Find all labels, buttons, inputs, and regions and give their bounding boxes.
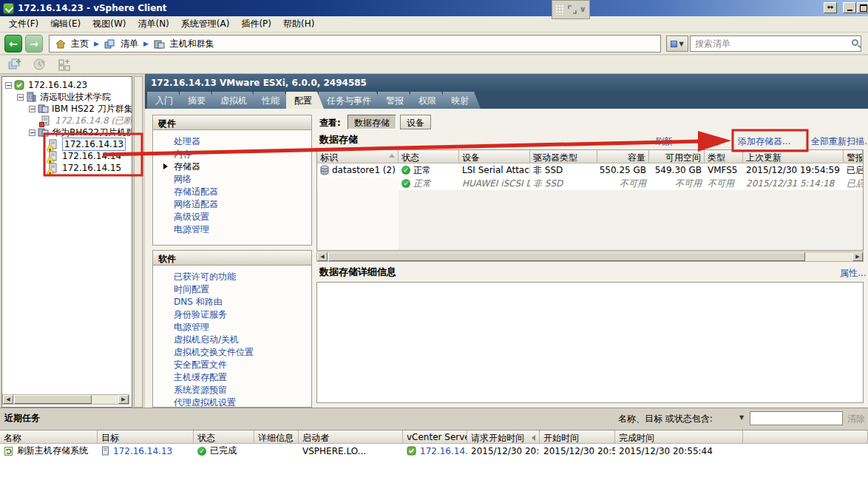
tab-permissions[interactable]: 权限 bbox=[410, 92, 448, 109]
col-free[interactable]: 可用空间 bbox=[649, 150, 705, 163]
search-input[interactable] bbox=[690, 36, 861, 52]
col-alarm[interactable]: 警报 bbox=[844, 150, 863, 163]
scroll-right-icon[interactable]: ▶ bbox=[852, 252, 863, 261]
col-target[interactable]: 目标 bbox=[98, 430, 194, 444]
scrollbar-thumb[interactable] bbox=[328, 252, 805, 261]
view-devices-button[interactable]: 设备 bbox=[400, 115, 431, 129]
drag-grip-icon[interactable] bbox=[555, 4, 564, 15]
menu-view[interactable]: 视图(W) bbox=[87, 16, 132, 33]
menu-help[interactable]: 帮助(H) bbox=[277, 16, 320, 33]
scrollbar-thumb[interactable] bbox=[14, 395, 92, 404]
breadcrumb-hosts-and-clusters[interactable]: 主机和群集 bbox=[170, 38, 214, 50]
hw-item-storage-selected[interactable]: 存储器 bbox=[153, 161, 311, 173]
tree-node-host-15[interactable]: 172.16.14.15 bbox=[2, 162, 132, 174]
scroll-right-icon[interactable]: ▶ bbox=[118, 395, 129, 404]
sw-item-authentication-services[interactable]: 身份验证服务 bbox=[153, 308, 311, 321]
tab-alarms[interactable]: 警报 bbox=[378, 92, 416, 109]
console-overlay-toolbar[interactable]: ∨ bbox=[552, 0, 590, 19]
col-identification[interactable]: 标识 bbox=[317, 150, 399, 163]
menu-plugins[interactable]: 插件(P) bbox=[235, 16, 277, 33]
col-status[interactable]: 状态 bbox=[194, 430, 254, 444]
datastore-row[interactable]: HuaWei-S5500T-... ✓正常 HUAWEI iSCSI D... … bbox=[317, 177, 863, 190]
tab-performance[interactable]: 性能 bbox=[254, 92, 291, 109]
col-requested-start[interactable]: 请求开始时间 bbox=[467, 430, 540, 444]
view-datastores-button[interactable]: 数据存储 bbox=[347, 115, 396, 129]
refresh-link[interactable]: 刷新 bbox=[655, 135, 673, 148]
col-status[interactable]: 状态 bbox=[399, 150, 459, 163]
col-vcenter-server[interactable]: vCenter Server bbox=[403, 430, 467, 444]
tree-horizontal-scrollbar[interactable]: ◀ ▶ bbox=[2, 394, 129, 405]
col-drive-type[interactable]: 驱动器类型 bbox=[530, 150, 597, 163]
tab-maps[interactable]: 映射 bbox=[443, 92, 481, 109]
add-storage-link[interactable]: 添加存储器... bbox=[738, 135, 790, 148]
tree-node-vcenter[interactable]: − 172.16.14.23 bbox=[2, 79, 132, 91]
filter-caret-icon[interactable]: ▼ bbox=[739, 414, 744, 421]
tree-node-label[interactable]: 清远职业技术学院 bbox=[40, 91, 111, 103]
sw-item-vm-startup-shutdown[interactable]: 虚拟机启动/关机 bbox=[153, 334, 311, 346]
sw-item-licensed-features[interactable]: 已获许可的功能 bbox=[153, 271, 311, 283]
datastores-horizontal-scrollbar[interactable]: ◀ ▶ bbox=[316, 251, 864, 262]
col-start-time[interactable]: 开始时间 bbox=[540, 430, 615, 444]
breadcrumb-inventory[interactable]: 清单 bbox=[121, 38, 138, 50]
collapse-icon[interactable]: − bbox=[29, 106, 35, 112]
tree-node-cluster-huawei[interactable]: − 华为BH622刀片机群集 bbox=[2, 126, 132, 138]
tab-virtual-machines[interactable]: 虚拟机 bbox=[212, 92, 259, 109]
col-name[interactable]: 名称 bbox=[0, 430, 98, 444]
restore-width-button[interactable]: ↔ bbox=[824, 2, 837, 13]
fullscreen-icon[interactable] bbox=[568, 5, 577, 14]
sw-item-time-configuration[interactable]: 时间配置 bbox=[153, 283, 311, 296]
col-type[interactable]: 类型 bbox=[705, 150, 743, 163]
tab-summary[interactable]: 摘要 bbox=[180, 92, 217, 109]
add-host-icon[interactable] bbox=[58, 58, 72, 71]
rescan-all-link[interactable]: 全部重新扫描... bbox=[811, 135, 868, 148]
maximize-button[interactable] bbox=[857, 2, 868, 13]
col-device[interactable]: 设备 bbox=[459, 150, 530, 163]
clear-filter-button[interactable]: 清除 bbox=[847, 413, 865, 425]
menu-file[interactable]: 文件(F) bbox=[3, 16, 44, 33]
collapse-icon[interactable]: − bbox=[5, 82, 12, 89]
sw-item-power-management[interactable]: 电源管理 bbox=[153, 321, 311, 334]
col-initiator[interactable]: 启动者 bbox=[299, 430, 403, 444]
datastore-row[interactable]: datastore1 (2) ✓正常 LSI Serial Attach... … bbox=[317, 163, 863, 177]
sw-item-dns-routing[interactable]: DNS 和路由 bbox=[153, 296, 311, 308]
tree-node-host-14[interactable]: 172.16.14.14 bbox=[2, 150, 132, 162]
tree-vertical-scrollbar[interactable] bbox=[134, 76, 143, 408]
tree-node-label[interactable]: 172.16.14.14 bbox=[62, 150, 121, 162]
properties-link[interactable]: 属性... bbox=[840, 267, 866, 280]
collapse-icon[interactable]: − bbox=[29, 129, 35, 136]
sw-item-host-cache-configuration[interactable]: 主机缓存配置 bbox=[153, 371, 311, 384]
tasks-filter-input[interactable] bbox=[750, 411, 843, 425]
scroll-left-icon[interactable]: ◀ bbox=[3, 395, 13, 404]
tree-node-label[interactable]: IBM HS22 刀片群集 bbox=[52, 103, 132, 115]
search-scope-button[interactable]: ▼ bbox=[666, 36, 688, 52]
minimize-button[interactable] bbox=[843, 2, 856, 13]
hw-item-network-adapters[interactable]: 网络适配器 bbox=[153, 198, 311, 211]
sw-item-agent-vm-settings[interactable]: 代理虚拟机设置 bbox=[153, 396, 311, 408]
tree-node-cluster-ibm[interactable]: − IBM HS22 刀片群集 bbox=[2, 103, 132, 115]
col-completed-time[interactable]: 完成时间 bbox=[615, 430, 743, 444]
hw-item-processors[interactable]: 处理器 bbox=[153, 135, 311, 148]
col-last-update[interactable]: 上次更新 bbox=[743, 150, 844, 163]
hw-item-memory[interactable]: 内存 bbox=[153, 148, 311, 161]
scroll-left-icon[interactable]: ◀ bbox=[317, 252, 328, 261]
tree-node-datacenter[interactable]: − 清远职业技术学院 bbox=[2, 91, 132, 103]
new-entity-icon[interactable] bbox=[7, 58, 22, 71]
delete-link[interactable]: 删除 bbox=[703, 135, 721, 148]
chevron-down-icon[interactable]: ∨ bbox=[580, 6, 586, 13]
tab-tasks-events[interactable]: 任务与事件 bbox=[319, 92, 383, 109]
col-capacity[interactable]: 容量 bbox=[597, 150, 649, 163]
sw-item-system-resource-reservation[interactable]: 系统资源预留 bbox=[153, 384, 311, 396]
menu-edit[interactable]: 编辑(E) bbox=[44, 16, 87, 33]
task-row[interactable]: 刷新主机存储系统 172.16.14.13 ✓已完成 VSPHERE.LO...… bbox=[0, 444, 868, 458]
hw-item-advanced-settings[interactable]: 高级设置 bbox=[153, 211, 311, 223]
col-details[interactable]: 详细信息 bbox=[254, 430, 299, 444]
schedule-task-icon[interactable] bbox=[33, 58, 47, 71]
tab-configuration[interactable]: 配置 bbox=[286, 92, 324, 109]
tab-getting-started[interactable]: 入门 bbox=[147, 92, 185, 109]
back-button[interactable]: ← bbox=[4, 35, 22, 53]
hw-item-power-management[interactable]: 电源管理 bbox=[153, 223, 311, 236]
tree-node-label[interactable]: 华为BH622刀片机群集 bbox=[52, 126, 132, 138]
sw-item-security-profile[interactable]: 安全配置文件 bbox=[153, 359, 311, 371]
menu-inventory[interactable]: 清单(N) bbox=[132, 16, 174, 33]
hw-item-storage-adapters[interactable]: 存储适配器 bbox=[153, 186, 311, 198]
